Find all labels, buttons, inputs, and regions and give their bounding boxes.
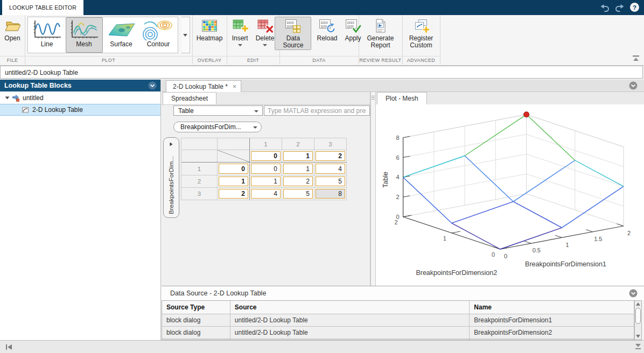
cell-value: 2	[283, 176, 313, 186]
close-icon[interactable]: ×	[233, 83, 237, 90]
quick-access-toolbar: ?	[599, 2, 640, 12]
col-breakpoint-cell[interactable]: 0	[250, 150, 282, 163]
app-tab-label: LOOKUP TABLE EDITOR	[9, 4, 76, 11]
tree-item-untitled[interactable]: untitled	[0, 92, 160, 104]
table-cell: untitled/2-D Lookup Table	[230, 327, 470, 339]
vertical-scrollbar[interactable]	[634, 300, 642, 340]
collapse-ribbon-icon[interactable]	[632, 55, 640, 62]
collapse-panel-icon[interactable]	[629, 289, 638, 298]
table-data-cell[interactable]: 0	[250, 163, 282, 175]
table-selector-dropdown[interactable]: Table	[173, 105, 263, 116]
help-icon[interactable]: ?	[629, 2, 640, 12]
table-row[interactable]: block dialoguntitled/2-D Lookup TableBre…	[162, 314, 634, 327]
tree-item-label: untitled	[23, 94, 44, 102]
col-breakpoint-cell[interactable]: 2	[314, 150, 347, 163]
title-bar: LOOKUP TABLE EDITOR ?	[0, 0, 644, 15]
scroll-up-icon[interactable]	[635, 301, 641, 307]
delete-button[interactable]: Delete	[254, 17, 277, 47]
matlab-expression-input[interactable]	[264, 105, 370, 116]
table-data-cell[interactable]: 4	[314, 163, 347, 175]
table-data-cell[interactable]: 1	[250, 175, 282, 188]
svg-text:1010: 1010	[321, 21, 328, 24]
cell-value: 1	[283, 151, 313, 161]
plot-tab-strip: Plot - Mesh	[376, 92, 644, 105]
undo-icon[interactable]	[599, 3, 610, 12]
table-data-cell[interactable]: 8	[314, 188, 347, 200]
chevron-down-icon	[254, 110, 258, 112]
collapse-bottom-icon[interactable]	[634, 343, 642, 350]
cell-value: 1	[219, 176, 248, 186]
grid-corner	[181, 138, 218, 150]
skip-to-start-icon[interactable]	[5, 344, 13, 350]
table-data-cell[interactable]: 2	[282, 175, 314, 188]
data-source-button[interactable]: 10101101Data Source	[275, 17, 311, 50]
svg-text:BreakpointsForDimension1: BreakpointsForDimension1	[525, 260, 606, 268]
heatmap-icon	[201, 18, 218, 33]
ribbon-tab-lookup-table-editor[interactable]: LOOKUP TABLE EDITOR	[2, 0, 83, 15]
plot-panel: Plot - Mesh 00.511.5201202468Breakpoints…	[376, 92, 644, 286]
ribbon-section-overlay: HeatmapOVERLAY	[192, 15, 227, 65]
row-breakpoint-cell[interactable]: 2	[218, 188, 250, 200]
scroll-down-icon[interactable]	[635, 333, 641, 340]
svg-text:4: 4	[396, 174, 399, 180]
collapse-panel-icon[interactable]	[629, 81, 638, 90]
ribbon-section-label: OVERLAY	[192, 56, 227, 65]
scrollbar-thumb[interactable]	[635, 308, 641, 324]
lookup-table-icon	[20, 106, 30, 114]
cell-value: 0	[251, 164, 281, 174]
tree-item-2-d-lookup-table[interactable]: 2-D Lookup Table	[0, 104, 160, 116]
svg-text:0.5: 0.5	[533, 247, 541, 253]
heatmap-button[interactable]: Heatmap	[194, 17, 225, 43]
delete-label: Delete	[256, 35, 275, 42]
selected-point-marker	[524, 112, 529, 117]
open-label: Open	[4, 35, 20, 42]
table-cell: untitled/2-D Lookup Table	[230, 314, 470, 327]
insert-button[interactable]: Insert	[230, 17, 250, 47]
binary-reload-icon: 10101101	[319, 18, 335, 33]
open-button[interactable]: Open	[2, 17, 23, 43]
table-data-cell[interactable]: 5	[282, 188, 314, 200]
table-column-header: Source Type	[162, 301, 230, 314]
ribbon-section-file: OpenFILE	[0, 15, 25, 65]
table-data-cell[interactable]: 5	[314, 175, 347, 188]
breadcrumb[interactable]: untitled/2-D Lookup Table	[0, 66, 643, 79]
svg-text:1.5: 1.5	[594, 236, 602, 242]
document-tab-label: 2-D Lookup Table *	[173, 83, 228, 90]
redo-icon[interactable]	[614, 3, 625, 12]
gallery-more-button[interactable]	[181, 17, 190, 53]
grid-corner	[181, 150, 218, 163]
data-source-panel: Data Source - 2-D Lookup Table Source Ty…	[162, 286, 644, 340]
gallery-item-contour[interactable]: Contour	[140, 17, 177, 53]
svg-text:1010: 1010	[287, 21, 295, 24]
svg-text:2: 2	[627, 230, 631, 236]
svg-text:1: 1	[565, 242, 569, 248]
grid-corner	[218, 138, 250, 150]
table-data-cell[interactable]: 4	[250, 188, 282, 200]
reload-button[interactable]: 10101101Reload	[314, 17, 339, 43]
register-custom-button[interactable]: Register Custom	[403, 17, 439, 50]
svg-text:BreakpointsForDimension2: BreakpointsForDimension2	[416, 269, 497, 277]
splitter[interactable]	[370, 92, 376, 286]
splitter-handle[interactable]	[372, 95, 375, 101]
table-cell: block dialog	[162, 327, 230, 339]
gallery-item-line[interactable]: Line	[29, 17, 66, 53]
tab-2d-lookup-table-document[interactable]: 2-D Lookup Table * ×	[166, 80, 241, 92]
expand-caret-icon[interactable]	[3, 96, 11, 100]
row-axis-selector[interactable]: BreakpointsForDim...	[163, 137, 179, 218]
table-data-cell[interactable]: 1	[282, 163, 314, 175]
generate-report-button[interactable]: Generate Report	[362, 17, 399, 50]
mesh-plot-canvas[interactable]: 00.511.5201202468BreakpointsForDimension…	[376, 104, 644, 286]
row-breakpoint-cell[interactable]: 0	[218, 163, 250, 175]
table-row[interactable]: block dialoguntitled/2-D Lookup TableBre…	[162, 327, 634, 339]
ribbon-section-label: REVIEW RESULT	[359, 56, 402, 65]
collapse-panel-icon[interactable]	[148, 81, 157, 90]
cell-value: 2	[219, 189, 248, 199]
tab-spreadsheet[interactable]: Spreadsheet	[163, 92, 216, 104]
tab-plot-mesh[interactable]: Plot - Mesh	[377, 92, 427, 104]
row-breakpoint-cell[interactable]: 1	[218, 175, 250, 188]
col-breakpoint-cell[interactable]: 1	[282, 150, 314, 163]
gallery-item-mesh[interactable]: Mesh	[66, 17, 103, 53]
sidebar-title: Lookup Table Blocks	[4, 82, 72, 89]
breakpoint-selector-dropdown[interactable]: BreakpointsForDim...	[173, 122, 262, 132]
gallery-item-surface[interactable]: Surface	[103, 17, 140, 53]
